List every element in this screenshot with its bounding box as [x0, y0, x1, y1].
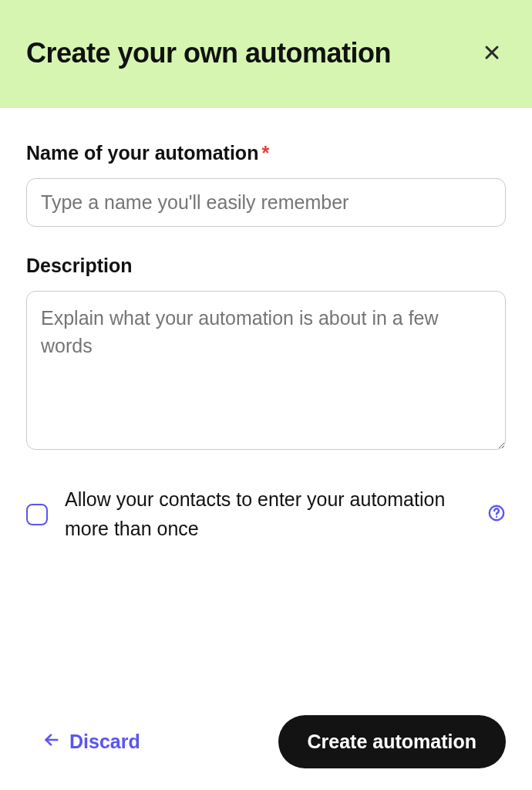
- description-label: Description: [26, 255, 506, 277]
- help-icon: [487, 504, 506, 525]
- create-automation-button[interactable]: Create automation: [278, 715, 506, 768]
- name-label-text: Name of your automation: [26, 142, 258, 164]
- discard-label: Discard: [69, 731, 140, 753]
- name-label: Name of your automation*: [26, 142, 506, 164]
- svg-point-3: [496, 516, 497, 518]
- required-mark: *: [261, 142, 269, 164]
- modal-header: Create your own automation: [0, 0, 532, 108]
- reentry-row: Allow your contacts to enter your automa…: [26, 485, 506, 543]
- description-textarea[interactable]: [26, 291, 506, 450]
- discard-button[interactable]: Discard: [43, 731, 140, 753]
- close-button[interactable]: [478, 39, 506, 69]
- name-input[interactable]: [26, 178, 506, 227]
- close-icon: [483, 43, 501, 64]
- modal-body: Name of your automation* Description All…: [0, 108, 532, 697]
- modal-title: Create your own automation: [26, 37, 391, 69]
- arrow-left-icon: [43, 731, 60, 753]
- field-group-description: Description: [26, 255, 506, 453]
- reentry-checkbox[interactable]: [26, 504, 48, 525]
- field-group-name: Name of your automation*: [26, 142, 506, 227]
- modal-footer: Discard Create automation: [0, 697, 532, 790]
- reentry-label: Allow your contacts to enter your automa…: [65, 485, 470, 543]
- reentry-help-button[interactable]: [487, 504, 506, 525]
